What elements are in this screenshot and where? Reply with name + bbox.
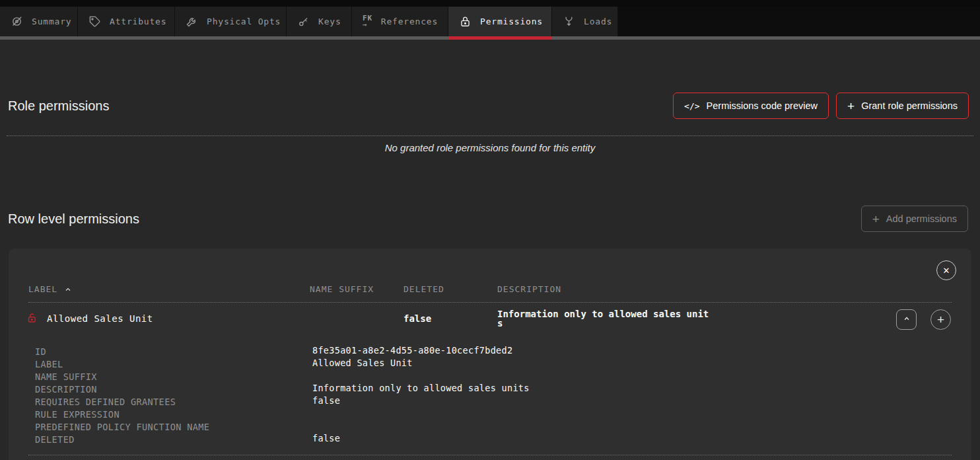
permission-details: ID 8fe35a01-a8e2-4d55-a80e-10cecf7bded2 …	[35, 345, 952, 445]
chevron-up-icon	[902, 314, 911, 325]
tab-label: Summary	[32, 17, 71, 26]
tab-label: Keys	[318, 17, 341, 26]
entity-permissions-page: Summary Attributes Physical Opts	[0, 0, 980, 460]
add-grantee-button[interactable]: +	[930, 309, 951, 330]
row-level-permissions-panel: ✕ LABEL NAME SUFFIX DELETED DESCRIPTION	[9, 249, 971, 460]
tab-label: Permissions	[480, 17, 543, 26]
detail-row: RULE EXPRESSION	[35, 408, 952, 420]
merge-icon	[563, 15, 575, 28]
detail-row: LABEL Allowed Sales Unit	[35, 358, 952, 370]
detail-row: REQUIRES DEFINED GRANTEES false	[35, 395, 952, 408]
tab-label: Attributes	[110, 17, 166, 26]
scan-icon	[11, 15, 23, 28]
tab-label: Loads	[584, 17, 612, 26]
column-header-description[interactable]: DESCRIPTION	[497, 284, 561, 294]
detail-label: NAME SUFFIX	[35, 371, 97, 382]
row-level-permissions-header: Row level permissions + Add permissions	[8, 206, 968, 232]
tab-permissions[interactable]: Permissions	[448, 7, 552, 36]
detail-row: NAME SUFFIX	[35, 370, 952, 383]
detail-value: Allowed Sales Unit	[312, 358, 413, 368]
detail-value: false	[312, 433, 340, 443]
permission-row-deleted: false	[403, 313, 431, 324]
wrench-icon	[186, 15, 198, 28]
row-divider	[28, 455, 952, 455]
plus-icon: +	[847, 100, 855, 112]
tab-bar: Summary Attributes Physical Opts	[0, 7, 980, 36]
detail-value: 8fe35a01-a8e2-4d55-a80e-10cecf7bded2	[312, 345, 512, 356]
section-divider	[7, 135, 973, 136]
detail-value: false	[312, 395, 340, 406]
close-icon: ✕	[943, 266, 950, 276]
tag-icon	[88, 15, 101, 28]
detail-label: DESCRIPTION	[35, 384, 97, 395]
code-icon: </>	[684, 101, 699, 111]
tab-summary[interactable]: Summary	[0, 7, 78, 36]
tab-references[interactable]: FK → References	[352, 7, 448, 36]
detail-label: RULE EXPRESSION	[35, 409, 120, 420]
foreign-key-icon: FK →	[363, 15, 372, 28]
detail-row: ID 8fe35a01-a8e2-4d55-a80e-10cecf7bded2	[35, 345, 952, 358]
grant-role-permissions-button[interactable]: + Grant role permissions	[836, 93, 969, 119]
tab-loads[interactable]: Loads	[552, 7, 618, 36]
detail-label: PREDEFINED POLICY FUNCTION NAME	[35, 422, 209, 432]
key-icon	[297, 15, 310, 28]
column-header-deleted[interactable]: DELETED	[403, 284, 444, 294]
permission-row-label[interactable]: Allowed Sales Unit	[47, 313, 153, 324]
permission-row-description: Information only to allowed sales units	[497, 310, 711, 328]
tab-label: References	[381, 17, 438, 26]
detail-row: PREDEFINED POLICY FUNCTION NAME	[35, 420, 952, 433]
tab-attributes[interactable]: Attributes	[78, 7, 175, 36]
lock-icon	[459, 15, 472, 28]
role-permissions-header: Role permissions </> Permissions code pr…	[8, 93, 969, 119]
role-permissions-title: Role permissions	[8, 98, 109, 114]
detail-row: DELETED false	[35, 433, 952, 445]
empty-role-permissions-message: No granted role permissions found for th…	[0, 142, 980, 153]
detail-label: REQUIRES DEFINED GRANTEES	[35, 397, 176, 407]
permissions-code-preview-button[interactable]: </> Permissions code preview	[673, 93, 829, 119]
lock-open-icon	[26, 312, 38, 326]
row-level-permissions-title: Row level permissions	[8, 211, 139, 227]
plus-icon: +	[937, 313, 944, 327]
detail-label: DELETED	[35, 434, 75, 445]
plus-icon: +	[872, 213, 880, 225]
detail-label: LABEL	[35, 359, 63, 369]
add-permissions-button[interactable]: + Add permissions	[861, 206, 968, 232]
row-level-permissions-actions: + Add permissions	[861, 206, 968, 232]
detail-value: Information only to allowed sales units	[312, 383, 530, 393]
top-strip	[0, 0, 980, 7]
column-header-name-suffix[interactable]: NAME SUFFIX	[310, 284, 374, 294]
sort-ascending-icon	[64, 286, 72, 293]
close-panel-button[interactable]: ✕	[936, 260, 956, 280]
header-divider	[28, 302, 952, 303]
collapse-row-button[interactable]	[896, 309, 917, 330]
tab-physical-opts[interactable]: Physical Opts	[175, 7, 287, 36]
tab-label: Physical Opts	[207, 17, 281, 26]
column-header-label[interactable]: LABEL	[28, 284, 72, 294]
tab-keys[interactable]: Keys	[287, 7, 352, 36]
role-permissions-actions: </> Permissions code preview + Grant rol…	[673, 93, 969, 119]
detail-label: ID	[35, 346, 46, 357]
detail-row: DESCRIPTION Information only to allowed …	[35, 383, 952, 395]
